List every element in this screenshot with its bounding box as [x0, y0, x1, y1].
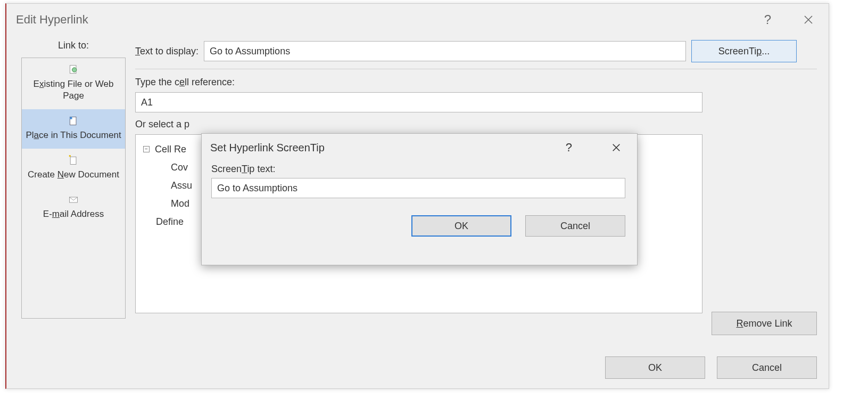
tree-label: Cell Re — [155, 144, 186, 155]
link-to-label: Link to: — [58, 40, 89, 51]
link-to-item-label: E-mail Address — [43, 208, 104, 220]
globe-file-icon — [67, 63, 80, 76]
dialog-titlebar: Edit Hyperlink ? — [6, 4, 829, 36]
close-icon[interactable] — [606, 141, 626, 155]
link-to-existing-file[interactable]: Existing File or Web Page — [22, 58, 125, 109]
link-to-item-label: Place in This Document — [26, 129, 121, 141]
subdialog-body: ScreenTip text: — [202, 161, 637, 204]
screentip-button[interactable]: ScreenTip... — [691, 40, 797, 62]
cancel-button[interactable]: Cancel — [717, 356, 817, 379]
screentip-text-label: ScreenTip text: — [211, 164, 625, 175]
cell-ref-label: Type the cell reference: — [135, 77, 817, 88]
tree-label: Cov — [171, 162, 188, 173]
email-icon — [67, 193, 80, 206]
titlebar-controls: ? — [759, 10, 819, 29]
link-to-item-label: Existing File or Web Page — [25, 78, 122, 102]
dialog-footer: OK Cancel — [605, 356, 817, 379]
subdialog-footer: OK Cancel — [202, 204, 637, 237]
tree-label: Define — [156, 216, 184, 228]
or-select-label: Or select a p — [135, 119, 817, 130]
link-to-place-in-doc[interactable]: Place in This Document — [22, 109, 125, 149]
new-document-icon — [67, 154, 80, 167]
cancel-button[interactable]: Cancel — [525, 215, 625, 237]
close-icon[interactable] — [798, 12, 819, 27]
svg-rect-3 — [70, 157, 76, 165]
divider — [135, 69, 817, 69]
subdialog-title: Set Hyperlink ScreenTip — [210, 142, 325, 154]
subdialog-titlebar: Set Hyperlink ScreenTip ? — [202, 134, 637, 161]
help-icon[interactable]: ? — [560, 139, 577, 157]
screentip-text-input[interactable] — [211, 178, 625, 198]
remove-link-button[interactable]: Remove Link — [712, 312, 817, 335]
subdialog-controls: ? — [560, 139, 626, 157]
text-to-display-label: Text to display: — [135, 46, 199, 57]
tree-label: Assu — [171, 180, 192, 191]
screentip-dialog: Set Hyperlink ScreenTip ? ScreenTip text… — [201, 133, 638, 265]
tree-label: Mod — [171, 198, 189, 209]
ok-button[interactable]: OK — [411, 215, 511, 237]
svg-point-1 — [72, 68, 77, 72]
link-to-email[interactable]: E-mail Address — [22, 188, 125, 228]
collapse-icon[interactable]: − — [143, 146, 150, 152]
ok-button[interactable]: OK — [605, 356, 705, 379]
link-to-item-label: Create New Document — [28, 169, 119, 181]
link-to-column: Link to: Existing File or Web Page Place… — [21, 40, 126, 319]
text-to-display-input[interactable] — [204, 41, 686, 61]
link-to-list: Existing File or Web Page Place in This … — [21, 58, 126, 319]
help-icon[interactable]: ? — [759, 10, 776, 29]
text-to-display-row: Text to display: ScreenTip... — [135, 40, 817, 62]
document-place-icon — [67, 115, 80, 127]
cell-reference-input[interactable] — [135, 92, 702, 112]
dialog-title: Edit Hyperlink — [16, 13, 88, 27]
link-to-create-new[interactable]: Create New Document — [22, 149, 125, 188]
